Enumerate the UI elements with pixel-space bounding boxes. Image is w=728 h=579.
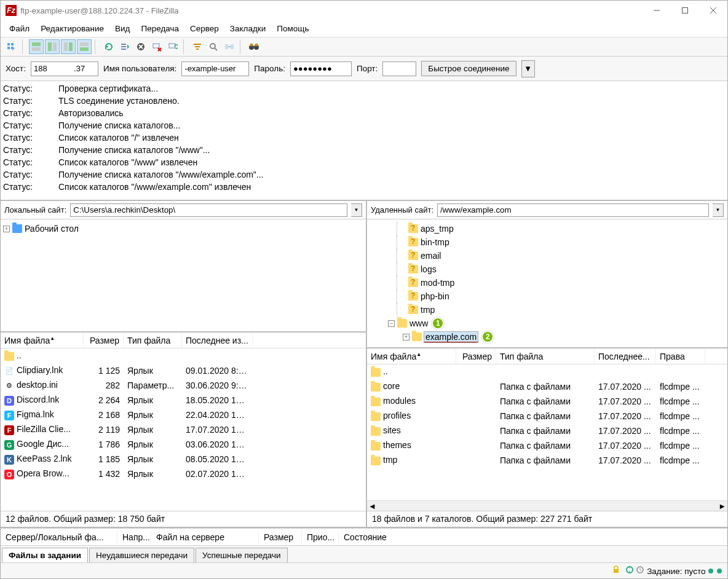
list-item[interactable]: 📄Clipdiary.lnk 1 125 Ярлык 09.01.2020 8:… [1,363,366,378]
refresh-button[interactable] [101,39,116,54]
folder-icon [371,456,381,466]
queue-col-size[interactable]: Размер [259,530,302,545]
close-button[interactable] [699,1,727,20]
port-input[interactable] [382,61,416,76]
tab-failed[interactable]: Неудавшиеся передачи [89,548,194,562]
unknown-folder-icon [408,265,418,274]
local-file-list[interactable]: .. 📄Clipdiary.lnk 1 125 Ярлык 09.01.2020… [1,349,366,511]
list-item[interactable]: GGoogle Дис... 1 786 Ярлык 03.06.2020 10… [1,437,366,452]
site-manager-button[interactable] [4,39,19,54]
tree-item-desktop[interactable]: Рабочий стол [25,224,79,234]
queue-col-prio[interactable]: Прио... [302,530,339,545]
quick-connect-button[interactable]: Быстрое соединение [421,61,516,76]
remote-path-dropdown[interactable]: ▼ [713,203,724,217]
menu-file[interactable]: Файл [4,22,34,36]
log-pane[interactable]: Статус:Проверка сертификата...Статус:TLS… [1,81,727,201]
toggle-queue-button[interactable] [77,39,92,54]
list-item[interactable]: KKeePass 2.lnk 1 185 Ярлык 08.05.2020 11… [1,452,366,467]
tree-item-www[interactable]: − www 1 [370,317,725,330]
list-item[interactable]: tmp Папка с файлами 17.07.2020 ... flcdm… [367,453,727,468]
queue-header[interactable]: Сервер/Локальный фа... Напр... Файл на с… [1,528,727,545]
username-input[interactable] [181,61,249,76]
tree-item[interactable]: php-bin [370,290,725,303]
tree-item[interactable]: mod-tmp [370,276,725,290]
queue-col-status[interactable]: Состояние [339,530,727,545]
tree-item[interactable]: tmp [370,303,725,317]
queue-col-remote[interactable]: Файл на сервере [151,530,259,545]
list-item[interactable]: FFigma.lnk 2 168 Ярлык 22.04.2020 11:... [1,408,366,422]
cancel-button[interactable] [133,39,148,54]
status-dot-2 [716,567,722,576]
menu-view[interactable]: Вид [110,22,135,36]
tree-item[interactable]: email [370,249,725,262]
col-size[interactable]: Размер [84,333,124,348]
menu-bookmarks[interactable]: Закладки [225,22,271,36]
disconnect-button[interactable] [149,39,164,54]
tree-item[interactable]: aps_tmp [370,222,725,235]
tree-item[interactable]: logs [370,262,725,276]
compare-button[interactable] [222,39,237,54]
menu-help[interactable]: Помощь [272,22,314,36]
remote-hscroll[interactable]: ◄► [367,500,727,511]
expand-toggle[interactable]: + [3,226,10,232]
unknown-folder-icon [408,305,418,314]
list-item[interactable]: DDiscord.lnk 2 264 Ярлык 18.05.2020 10:.… [1,393,366,408]
menu-transfer[interactable]: Передача [136,22,184,36]
list-item[interactable]: ⚙desktop.ini 282 Параметр... 30.06.2020 … [1,378,366,393]
parent-row[interactable]: .. [367,364,727,379]
reconnect-button[interactable] [165,39,180,54]
log-label: Статус: [3,132,58,144]
queue-col-dir[interactable]: Напр... [117,530,151,545]
process-queue-button[interactable] [117,39,132,54]
list-item[interactable]: themes Папка с файлами 17.07.2020 ... fl… [367,438,727,453]
folder-icon [371,382,381,392]
remote-tree[interactable]: aps_tmp bin-tmp email logs mod-tmp php-b… [367,219,727,349]
col-name[interactable]: Имя файла [371,352,416,361]
list-item[interactable]: profiles Папка с файлами 17.07.2020 ... … [367,409,727,423]
filter-button[interactable] [190,39,205,54]
quick-connect-dropdown[interactable]: ▼ [521,60,535,77]
local-list-header[interactable]: Имя файла▲ Размер Тип файла Последнее из… [1,333,366,349]
maximize-button[interactable] [671,1,699,20]
col-date[interactable]: Последнее из... [182,333,253,348]
tree-item[interactable]: bin-tmp [370,235,725,249]
svg-rect-6 [7,47,10,49]
menu-edit[interactable]: Редактирование [36,22,109,36]
toggle-tree-button[interactable] [45,39,60,54]
remote-file-list[interactable]: .. core Папка с файлами 17.07.2020 ... f… [367,364,727,500]
tab-success[interactable]: Успешные передачи [196,548,288,562]
tree-item-example[interactable]: + example.com 2 [370,330,725,344]
svg-rect-31 [614,569,619,573]
col-name[interactable]: Имя файла [4,336,50,345]
col-type[interactable]: Тип файла [124,333,182,348]
remote-path-input[interactable] [437,203,709,217]
col-perm[interactable]: Права [656,349,705,364]
desktop-folder-icon [12,224,22,233]
local-tree[interactable]: + Рабочий стол [1,219,366,333]
local-path-dropdown[interactable]: ▼ [351,203,362,217]
expand-toggle[interactable]: + [403,334,410,341]
col-type[interactable]: Тип файла [496,349,595,364]
parent-row[interactable]: .. [1,349,366,363]
host-input[interactable] [31,61,98,76]
list-item[interactable]: core Папка с файлами 17.07.2020 ... flcd… [367,379,727,394]
list-item[interactable]: FFileZilla Clie... 2 119 Ярлык 17.07.202… [1,422,366,437]
queue-col-server[interactable]: Сервер/Локальный фа... [1,530,117,545]
col-date[interactable]: Последнее... [595,349,656,364]
minimize-button[interactable] [643,1,671,20]
search-button[interactable] [206,39,221,54]
host-label: Хост: [6,64,26,73]
collapse-toggle[interactable]: − [388,320,395,327]
menu-server[interactable]: Сервер [185,22,224,36]
list-item[interactable]: sites Папка с файлами 17.07.2020 ... flc… [367,423,727,438]
list-item[interactable]: OOpera Brow... 1 432 Ярлык 02.07.2020 10… [1,467,366,481]
password-input[interactable] [290,61,352,76]
binoculars-button[interactable] [247,39,261,54]
toggle-log-button[interactable] [29,39,44,54]
list-item[interactable]: modules Папка с файлами 17.07.2020 ... f… [367,394,727,409]
local-path-input[interactable] [70,203,347,217]
col-size[interactable]: Размер [456,349,496,364]
toggle-remote-tree-button[interactable] [61,39,76,54]
tab-queued[interactable]: Файлы в задании [2,548,88,562]
remote-list-header[interactable]: Имя файла▲ Размер Тип файла Последнее...… [367,349,727,364]
